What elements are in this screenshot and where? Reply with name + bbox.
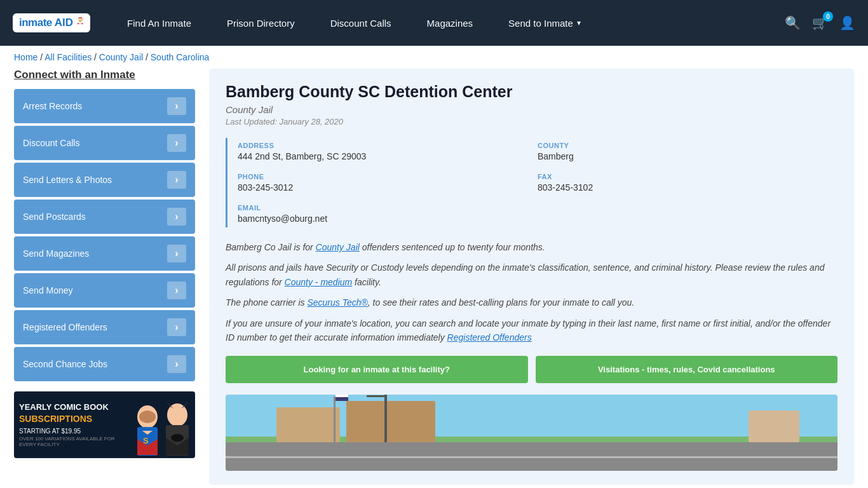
arrow-icon: ›	[167, 281, 186, 299]
facility-last-updated: Last Updated: January 28, 2020	[226, 117, 837, 126]
sidebar-label: Second Chance Jobs	[23, 359, 107, 369]
nav-find-inmate[interactable]: Find An Inmate	[109, 0, 209, 46]
arrow-icon: ›	[167, 245, 186, 262]
sidebar-label: Send Letters & Photos	[23, 175, 112, 185]
sidebar: Connect with an Inmate Arrest Records › …	[14, 69, 195, 458]
email-value: bamcntyso@oburg.net	[238, 214, 831, 224]
sidebar-label: Send Magazines	[23, 248, 89, 259]
logo-aid: AID	[55, 17, 73, 29]
sidebar-item-discount-calls[interactable]: Discount Calls ›	[14, 126, 195, 160]
sidebar-label: Send Postcards	[23, 212, 86, 222]
ad-banner[interactable]: YEARLY COMIC BOOK SUBSCRIPTIONS STARTING…	[14, 391, 195, 458]
find-inmate-button[interactable]: Looking for an inmate at this facility?	[226, 356, 528, 383]
arrow-icon: ›	[167, 208, 186, 226]
email-item: EMAIL bamcntyso@oburg.net	[238, 200, 837, 227]
facility-type: County Jail	[226, 104, 837, 115]
ad-text: YEARLY COMIC BOOK SUBSCRIPTIONS STARTING…	[14, 391, 134, 458]
navbar: inmate AID 🎅 Find An Inmate Prison Direc…	[0, 0, 868, 46]
fax-value: 803-245-3102	[538, 182, 831, 193]
breadcrumb-state[interactable]: South Carolina	[151, 52, 210, 62]
action-buttons: Looking for an inmate at this facility? …	[226, 356, 837, 383]
breadcrumb-all-facilities[interactable]: All Facilities	[44, 52, 92, 62]
nav-prison-directory[interactable]: Prison Directory	[209, 0, 313, 46]
svg-point-6	[167, 403, 187, 426]
sidebar-label: Discount Calls	[23, 138, 79, 148]
description-area: Bamberg Co Jail is for County Jail offen…	[226, 240, 837, 344]
arrow-icon: ›	[167, 318, 186, 336]
sidebar-item-offenders[interactable]: Registered Offenders ›	[14, 310, 195, 344]
visitations-button[interactable]: Visitations - times, rules, Covid cancel…	[536, 356, 838, 383]
sidebar-item-postcards[interactable]: Send Postcards ›	[14, 200, 195, 234]
nav-links: Find An Inmate Prison Directory Discount…	[109, 0, 785, 46]
facility-title: Bamberg County SC Detention Center	[226, 83, 837, 101]
sidebar-item-arrest-records[interactable]: Arrest Records ›	[14, 89, 195, 123]
ad-note: OVER 100 VARIATIONS AVAILABLE FOR EVERY …	[19, 436, 129, 447]
sidebar-title: Connect with an Inmate	[14, 69, 195, 81]
desc-p3: The phone carrier is Securus Tech®, to s…	[226, 295, 837, 309]
breadcrumb-sep2: /	[94, 52, 99, 62]
search-icon[interactable]: 🔍	[785, 15, 801, 30]
nav-magazines[interactable]: Magazines	[409, 0, 491, 46]
navbar-icons: 🔍 🛒 0 👤	[785, 15, 855, 30]
county-value: Bamberg	[538, 151, 831, 161]
registered-offenders-link[interactable]: Registered Offenders	[447, 332, 532, 342]
phone-label: PHONE	[238, 173, 531, 180]
dropdown-arrow-icon: ▾	[577, 18, 581, 27]
svg-text:S: S	[143, 436, 149, 445]
county-jail-link[interactable]: County Jail	[316, 242, 360, 252]
county-medium-link[interactable]: County - medium	[285, 277, 353, 287]
breadcrumb-sep3: /	[146, 52, 151, 62]
arrow-icon: ›	[167, 171, 186, 189]
fax-label: FAX	[538, 173, 831, 180]
fax-item: FAX 803-245-3102	[538, 169, 837, 196]
desc-p1: Bamberg Co Jail is for County Jail offen…	[226, 240, 837, 254]
breadcrumb-home[interactable]: Home	[14, 52, 37, 62]
address-item: ADDRESS 444 2nd St, Bamberg, SC 29003	[238, 138, 538, 165]
arrow-icon: ›	[167, 355, 186, 373]
logo-hat-icon: 🎅	[76, 17, 84, 24]
desc-p4: If you are unsure of your inmate's locat…	[226, 316, 837, 345]
info-grid: ADDRESS 444 2nd St, Bamberg, SC 29003 CO…	[226, 138, 837, 227]
address-label: ADDRESS	[238, 142, 531, 149]
ad-heroes: S	[134, 391, 195, 458]
svg-point-5	[139, 410, 156, 423]
desc-p2: All prisons and jails have Security or C…	[226, 261, 837, 289]
address-value: 444 2nd St, Bamberg, SC 29003	[238, 151, 531, 161]
ad-price: STARTING AT $19.95	[19, 428, 129, 435]
logo-text: inmate	[19, 17, 52, 29]
facility-photo	[226, 395, 837, 471]
arrow-icon: ›	[167, 97, 186, 115]
nav-discount-calls[interactable]: Discount Calls	[313, 0, 409, 46]
sidebar-item-magazines[interactable]: Send Magazines ›	[14, 236, 195, 271]
sidebar-item-send-letters[interactable]: Send Letters & Photos ›	[14, 163, 195, 197]
securus-link[interactable]: Securus Tech®	[307, 297, 367, 308]
ad-title-line1: YEARLY COMIC BOOK	[19, 402, 129, 413]
logo[interactable]: inmate AID 🎅	[13, 13, 90, 32]
sidebar-label: Arrest Records	[23, 101, 82, 111]
cart-icon[interactable]: 🛒 0	[812, 15, 828, 30]
nav-send-to-inmate[interactable]: Send to Inmate ▾	[491, 0, 599, 46]
main-layout: Connect with an Inmate Arrest Records › …	[0, 69, 868, 488]
cart-badge: 0	[823, 11, 833, 22]
breadcrumb-county-jail[interactable]: County Jail	[99, 52, 143, 62]
phone-item: PHONE 803-245-3012	[238, 169, 538, 196]
county-item: COUNTY Bamberg	[538, 138, 837, 165]
sidebar-item-money[interactable]: Send Money ›	[14, 273, 195, 308]
batman-icon	[162, 401, 193, 458]
sidebar-item-jobs[interactable]: Second Chance Jobs ›	[14, 347, 195, 381]
county-label: COUNTY	[538, 142, 831, 149]
superman-icon: S	[134, 401, 161, 458]
content-area: Bamberg County SC Detention Center Count…	[209, 69, 854, 485]
ad-title-line2: SUBSCRIPTIONS	[19, 413, 129, 424]
nav-send-to-inmate-label: Send to Inmate	[508, 18, 573, 29]
phone-value: 803-245-3012	[238, 182, 531, 193]
arrow-icon: ›	[167, 134, 186, 152]
sidebar-label: Registered Offenders	[23, 322, 107, 332]
email-label: EMAIL	[238, 204, 831, 212]
user-icon[interactable]: 👤	[839, 15, 855, 30]
sidebar-label: Send Money	[23, 285, 73, 295]
breadcrumb: Home / All Facilities / County Jail / So…	[0, 46, 868, 69]
